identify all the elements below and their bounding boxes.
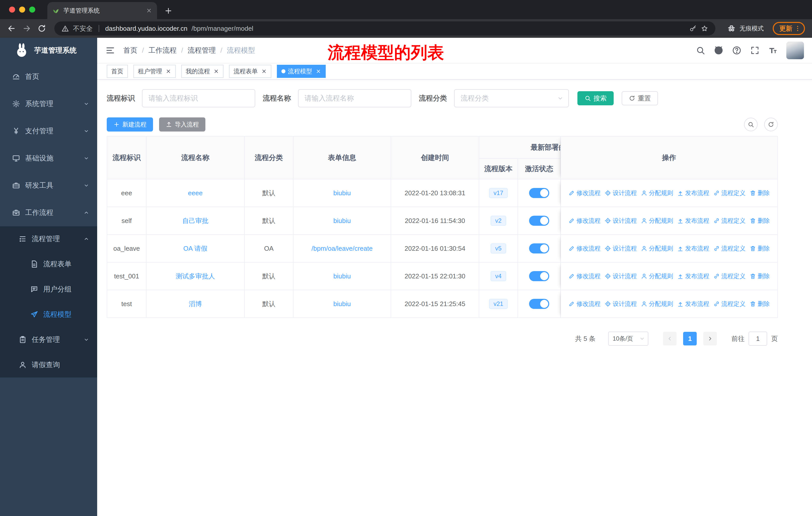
prev-page-button[interactable] [663,332,676,346]
help-icon[interactable] [732,46,742,55]
process-id-input[interactable] [142,89,255,107]
tag-tenant[interactable]: 租户管理 [134,65,176,78]
tag-process-model[interactable]: 流程模型 [277,65,326,78]
op-edit[interactable]: 修改流程 [568,272,601,280]
op-definition[interactable]: 流程定义 [713,189,746,197]
back-button[interactable] [7,24,16,33]
sidebar-item-task-mgmt[interactable]: 任务管理 [0,327,97,352]
toggle-search-button[interactable] [744,118,758,131]
app-logo[interactable]: 芋道管理系统 [0,38,97,63]
sidebar-item-system[interactable]: 系统管理 [0,90,97,117]
refresh-table-button[interactable] [764,118,778,131]
sidebar-item-devtools[interactable]: 研发工具 [0,172,97,199]
reload-button[interactable] [37,24,46,33]
create-process-button[interactable]: 新建流程 [107,117,153,132]
op-delete[interactable]: 删除 [750,272,770,280]
op-delete[interactable]: 删除 [750,189,770,197]
search-button[interactable]: 搜索 [577,91,614,105]
model-name-link[interactable]: OA 请假 [183,244,207,253]
op-delete[interactable]: 删除 [750,244,770,252]
form-link[interactable]: biubiu [333,217,351,225]
page-number-button[interactable]: 1 [683,332,697,346]
op-design[interactable]: 设计流程 [605,189,637,197]
model-name-link[interactable]: 自己审批 [182,216,208,225]
op-definition[interactable]: 流程定义 [713,217,746,225]
form-link[interactable]: biubiu [333,300,351,308]
forward-button[interactable] [22,24,31,33]
import-process-button[interactable]: 导入流程 [159,117,205,132]
search-icon[interactable] [696,46,705,55]
form-link[interactable]: /bpm/oa/leave/create [312,245,373,252]
sidebar-item-home[interactable]: 首页 [0,63,97,90]
sidebar-item-workflow[interactable]: 工作流程 [0,199,97,226]
close-window-button[interactable] [9,6,15,12]
sidebar-item-process-form[interactable]: 流程表单 [0,251,97,277]
op-delete[interactable]: 删除 [750,217,770,225]
op-design[interactable]: 设计流程 [605,272,637,280]
page-size-select[interactable]: 10条/页 [608,332,648,346]
sidebar-item-user-group[interactable]: 用户分组 [0,277,97,302]
font-size-icon[interactable] [768,46,778,55]
op-edit[interactable]: 修改流程 [568,300,601,308]
sidebar-item-process-mgmt[interactable]: 流程管理 [0,226,97,251]
op-publish[interactable]: 发布流程 [677,244,709,252]
sidebar-item-process-model[interactable]: 流程模型 [0,302,97,327]
op-design[interactable]: 设计流程 [605,244,637,252]
op-definition[interactable]: 流程定义 [713,272,746,280]
op-publish[interactable]: 发布流程 [677,189,709,197]
op-edit[interactable]: 修改流程 [568,244,601,252]
tab-close-icon[interactable] [146,7,152,13]
goto-page-input[interactable] [749,332,767,346]
tag-process-form[interactable]: 流程表单 [229,65,271,78]
op-definition[interactable]: 流程定义 [713,244,746,252]
active-toggle[interactable] [529,188,549,198]
close-icon[interactable] [213,69,219,74]
key-icon[interactable] [689,25,697,32]
active-toggle[interactable] [529,271,549,281]
breadcrumb-item[interactable]: 首页 [123,46,138,55]
model-name-link[interactable]: eeee [188,189,203,197]
address-bar[interactable]: 不安全 dashboard.yudao.iocoder.cn/bpm/manag… [54,21,715,35]
active-toggle[interactable] [529,243,549,253]
browser-tab[interactable]: 芋道管理系统 [47,2,157,19]
form-link[interactable]: biubiu [333,272,351,280]
reset-button[interactable]: 重置 [622,91,658,105]
op-assign[interactable]: 分配规则 [641,189,673,197]
model-name-link[interactable]: 测试多审批人 [176,272,215,281]
op-edit[interactable]: 修改流程 [568,217,601,225]
active-toggle[interactable] [529,299,549,309]
op-definition[interactable]: 流程定义 [713,300,746,308]
op-publish[interactable]: 发布流程 [677,272,709,280]
new-tab-button[interactable] [164,6,173,15]
active-toggle[interactable] [529,216,549,226]
breadcrumb-item[interactable]: 工作流程 [148,46,177,55]
form-link[interactable]: biubiu [333,189,351,197]
avatar[interactable] [786,42,804,59]
op-publish[interactable]: 发布流程 [677,217,709,225]
sidebar-item-infra[interactable]: 基础设施 [0,145,97,172]
tag-my-process[interactable]: 我的流程 [181,65,224,78]
update-menu-button[interactable]: 更新 [773,22,805,35]
category-select[interactable]: 流程分类 [454,89,569,107]
close-icon[interactable] [166,69,171,74]
next-page-button[interactable] [703,332,717,346]
close-icon[interactable] [261,69,267,74]
op-assign[interactable]: 分配规则 [641,272,673,280]
breadcrumb-item[interactable]: 流程管理 [188,46,216,55]
op-delete[interactable]: 删除 [750,300,770,308]
bookmark-star-icon[interactable] [701,25,708,32]
op-design[interactable]: 设计流程 [605,217,637,225]
github-icon[interactable] [714,46,723,55]
op-assign[interactable]: 分配规则 [641,217,673,225]
sidebar-item-payment[interactable]: 支付管理 [0,117,97,145]
op-publish[interactable]: 发布流程 [677,300,709,308]
collapse-sidebar-button[interactable] [105,45,115,55]
model-name-link[interactable]: 滔博 [189,300,202,308]
process-name-input[interactable] [298,89,411,107]
minimize-window-button[interactable] [19,6,25,12]
op-edit[interactable]: 修改流程 [568,189,601,197]
maximize-window-button[interactable] [29,6,35,12]
fullscreen-icon[interactable] [750,46,760,55]
sidebar-item-leave-query[interactable]: 请假查询 [0,352,97,377]
tag-home[interactable]: 首页 [107,65,128,78]
